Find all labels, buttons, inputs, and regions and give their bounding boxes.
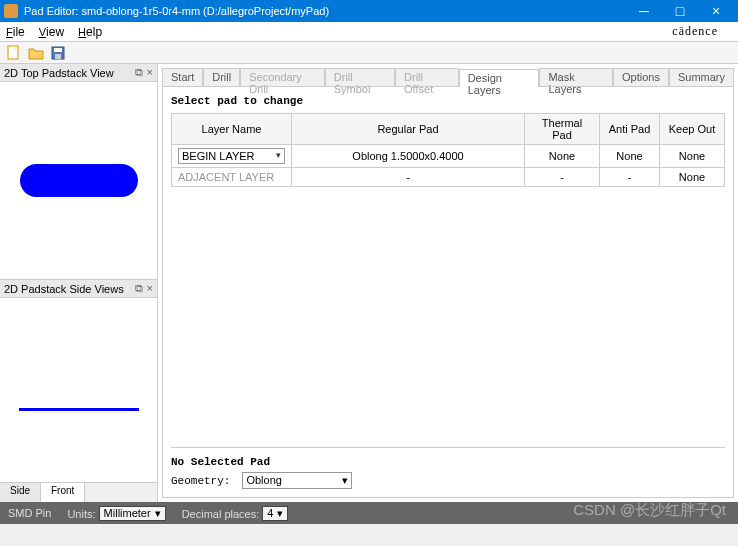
tab-options[interactable]: Options: [613, 68, 669, 86]
col-thermal-pad: Thermal Pad: [525, 114, 600, 145]
cell-regular[interactable]: Oblong 1.5000x0.4000: [292, 145, 525, 168]
cell-anti[interactable]: None: [600, 145, 660, 168]
no-selected-pad-label: No Selected Pad: [171, 456, 725, 468]
col-layer-name: Layer Name: [172, 114, 292, 145]
cell-regular-adj[interactable]: -: [292, 168, 525, 187]
close-button[interactable]: ×: [698, 0, 734, 22]
window-title: Pad Editor: smd-oblong-1r5-0r4-mm (D:/al…: [24, 5, 626, 17]
geometry-label: Geometry:: [171, 475, 230, 487]
layers-table: Layer Name Regular Pad Thermal Pad Anti …: [171, 113, 725, 187]
decimal-select[interactable]: 4 ▾: [262, 506, 288, 521]
geometry-select[interactable]: Oblong▾: [242, 472, 352, 489]
cell-thermal[interactable]: None: [525, 145, 600, 168]
tab-summary[interactable]: Summary: [669, 68, 734, 86]
menu-file[interactable]: File: [6, 25, 25, 39]
tab-strip: Start Drill Secondary Drill Drill Symbol…: [162, 68, 734, 86]
status-decimal: Decimal places: 4 ▾: [182, 506, 289, 521]
chevron-down-icon: ▾: [277, 507, 283, 520]
left-sidebar: 2D Top Padstack View ⧉× 2D Padstack Side…: [0, 64, 158, 502]
app-icon: [4, 4, 18, 18]
layer-dropdown[interactable]: BEGIN LAYER▾: [178, 148, 285, 164]
side-view-header: 2D Padstack Side Views ⧉×: [0, 280, 157, 298]
status-smd-pin: SMD Pin: [8, 507, 51, 519]
undock-icon[interactable]: ⧉: [135, 66, 143, 79]
menu-view[interactable]: View: [39, 25, 64, 39]
new-file-icon[interactable]: [6, 45, 22, 61]
open-folder-icon[interactable]: [28, 45, 44, 61]
tab-design-layers[interactable]: Design Layers: [459, 69, 540, 87]
tab-secondary-drill: Secondary Drill: [240, 68, 325, 86]
close-panel-icon-2[interactable]: ×: [147, 282, 153, 295]
units-select[interactable]: Millimeter ▾: [99, 506, 166, 521]
tab-drill-offset: Drill Offset: [395, 68, 459, 86]
pad-shape-top: [20, 164, 138, 197]
svg-rect-4: [55, 54, 61, 59]
top-padstack-view: [0, 82, 157, 280]
table-row[interactable]: BEGIN LAYER▾ Oblong 1.5000x0.4000 None N…: [172, 145, 725, 168]
brand-label: cādence: [672, 24, 718, 39]
tab-drill-symbol: Drill Symbol: [325, 68, 395, 86]
tab-mask-layers[interactable]: Mask Layers: [539, 68, 613, 86]
tab-side[interactable]: Side: [0, 483, 41, 502]
chevron-down-icon: ▾: [155, 507, 161, 520]
tab-start[interactable]: Start: [162, 68, 203, 86]
maximize-button[interactable]: □: [662, 0, 698, 22]
save-icon[interactable]: [50, 45, 66, 61]
title-bar: Pad Editor: smd-oblong-1r5-0r4-mm (D:/al…: [0, 0, 738, 22]
tab-drill[interactable]: Drill: [203, 68, 240, 86]
table-row[interactable]: ADJACENT LAYER - - - None: [172, 168, 725, 187]
cell-thermal-adj[interactable]: -: [525, 168, 600, 187]
chevron-down-icon: ▾: [276, 150, 281, 162]
close-panel-icon[interactable]: ×: [147, 66, 153, 79]
status-bar: SMD Pin Units: Millimeter ▾ Decimal plac…: [0, 502, 738, 524]
col-keep-out: Keep Out: [660, 114, 725, 145]
menu-bar: File View Help cādence: [0, 22, 738, 42]
main-content: Start Drill Secondary Drill Drill Symbol…: [158, 64, 738, 502]
cell-keepout[interactable]: None: [660, 145, 725, 168]
top-view-header: 2D Top Padstack View ⧉×: [0, 64, 157, 82]
col-anti-pad: Anti Pad: [600, 114, 660, 145]
toolbar: [0, 42, 738, 64]
pad-shape-side: [19, 408, 139, 411]
menu-help[interactable]: Help: [78, 25, 102, 39]
cell-anti-adj[interactable]: -: [600, 168, 660, 187]
svg-rect-3: [54, 48, 62, 52]
col-regular-pad: Regular Pad: [292, 114, 525, 145]
tab-front[interactable]: Front: [41, 483, 85, 502]
side-padstack-view: [0, 298, 157, 482]
minimize-button[interactable]: ─: [626, 0, 662, 22]
cell-keepout-adj[interactable]: None: [660, 168, 725, 187]
undock-icon-2[interactable]: ⧉: [135, 282, 143, 295]
select-pad-label: Select pad to change: [171, 95, 725, 107]
cell-layer-adj: ADJACENT LAYER: [172, 168, 292, 187]
chevron-down-icon: ▾: [342, 474, 348, 487]
status-units: Units: Millimeter ▾: [67, 506, 165, 521]
